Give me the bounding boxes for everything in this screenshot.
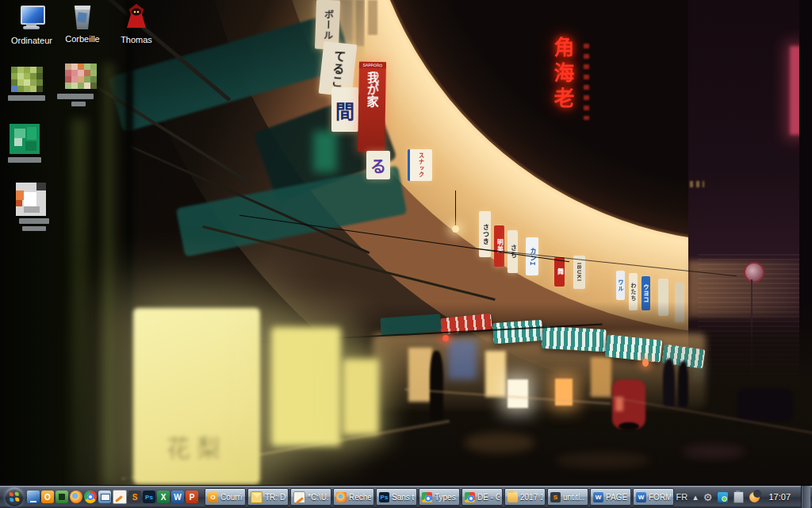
taskbar-button-sublime[interactable]: S untitl... [547,488,588,506]
sign-snack: スナック [408,149,432,181]
red-lantern [442,335,449,341]
photoshop-icon[interactable]: Ps [143,491,155,503]
window-lights [690,181,704,187]
blue-light-glow [448,340,477,379]
redacted-desktop-icon[interactable] [11,67,43,98]
redacted-desktop-icon[interactable] [10,124,40,154]
system-tray: FR ▴ ⚙ 17:07 [676,486,812,508]
scooter-wheel [619,422,639,430]
taskbar-button-chrome-1[interactable]: Types... [419,488,460,506]
chrome-icon [465,492,475,502]
lit-shopfront [485,351,506,397]
taskbar-button-outlook[interactable]: O Courri... [205,488,246,506]
taskbar-button-firefox[interactable]: Reche... [333,488,374,506]
taskbar-button-wordpad[interactable]: *C:\U... [290,488,331,506]
standing-lightbox [508,379,528,408]
awning-teal-striped [542,326,606,352]
taskbar-button-label: Types... [435,493,457,502]
lightbox [271,327,341,446]
word-icon: W [636,492,646,502]
pedestrian [430,351,443,421]
word-icon[interactable]: W [171,491,184,503]
taskbar-button-word-1[interactable]: W PAGE ... [590,488,631,506]
parked-bicycle [737,389,793,421]
sublime-text-icon[interactable]: S [128,491,141,503]
user-character-icon [124,3,148,30]
firefox-icon[interactable] [70,491,82,503]
redacted-desktop-icon[interactable] [65,64,97,98]
karin-label: 花梨 [167,429,227,464]
wagaya-label: 我が家 [364,71,381,107]
neon-side-column [584,44,589,120]
windows-logo-icon [10,492,20,502]
taskbar-button-label: DE - G... [477,493,500,502]
taskbar-button-mail[interactable]: TR: D... [247,488,289,506]
wordpad-icon [293,491,305,503]
chrome-icon[interactable] [84,491,97,503]
hanging-sign: 舞 [554,257,565,287]
redacted-desktop-icon[interactable] [16,183,46,216]
outlook-icon[interactable]: O [41,491,54,503]
gear-icon[interactable]: ⚙ [703,492,713,502]
lync-icon[interactable] [718,492,728,502]
lit-shopfront [591,357,611,397]
lightbox-karin: 花梨 [133,308,260,484]
show-desktop-button[interactable] [801,486,810,508]
clipboard-tray-icon[interactable] [733,491,744,503]
photoshop-icon: Ps [379,492,389,502]
hanging-sign: ワル [616,271,625,300]
desktop-icon-computer[interactable]: Ordinateur [6,4,57,45]
desktop-icon-recycle-bin[interactable]: Corbeille [57,6,108,44]
quick-launch-bar: O S Ps X W P [27,490,198,504]
screen-viewer-icon[interactable] [56,491,68,503]
lightbox [343,359,379,435]
excel-icon[interactable]: X [157,491,170,503]
road-reflection [555,452,650,468]
display-icon[interactable] [27,491,40,503]
taskbar-button-word-2[interactable]: W FORM... [633,488,674,506]
dark-pole [125,0,133,486]
red-lantern [642,359,649,367]
desktop: ボール てるこ 間 SAPPORO 我が家 る スナック 角海老 さつき 明美 … [0,0,812,508]
sublime-text-icon: S [550,492,561,502]
desktop-icon-thomas[interactable]: Thomas [111,3,162,44]
taskbar-button-label: Sans t... [392,493,414,502]
sign-ru: る [366,151,390,179]
start-button[interactable] [5,487,24,506]
hidden-icons-arrow[interactable]: ▴ [693,493,698,502]
firefox-icon [336,492,347,502]
neon-sign-kakuebi: 角海老 [546,37,577,124]
pedestrian [663,359,675,408]
road-reflection [682,444,745,459]
hanging-sign: IBUKI [573,256,585,289]
photo-viewer-icon[interactable] [98,491,111,503]
taskbar-button-folder[interactable]: 2017 1... [504,488,546,506]
computer-icon [18,4,45,31]
chrome-icon [422,492,432,502]
desktop-icon-label: Thomas [111,35,162,44]
road-reflection [464,433,535,453]
taskbar-button-label: *C:\U... [308,493,328,502]
sapporo-label: SAPPORO [359,62,386,69]
taskbar-button-chrome-2[interactable]: DE - G... [462,488,503,506]
taskbar-button-label: 2017 1... [520,493,542,502]
street-lamp-head [452,225,459,233]
language-indicator[interactable]: FR [676,492,688,502]
taskbar-button-photoshop[interactable]: Ps Sans t... [376,488,417,506]
wallpaper-photo: ボール てるこ 間 SAPPORO 我が家 る スナック 角海老 さつき 明美 … [0,0,812,508]
taskbar-button-label: untitl... [563,493,585,502]
street-lamp [455,190,456,229]
wordpad-icon[interactable] [113,490,127,504]
lit-shopfront [408,348,432,402]
taskbar-window-buttons: O Courri... TR: D... *C:\U... Reche... P… [205,488,672,506]
foliage-streak [71,119,87,484]
powerpoint-icon[interactable]: P [186,491,198,503]
taskbar-button-label: PAGE ... [606,493,628,502]
weather-moon-icon[interactable] [749,492,760,502]
sign-sapporo-red: SAPPORO 我が家 [358,62,386,153]
clock[interactable]: 17:07 [765,492,794,502]
street-mirror [744,262,764,283]
taskbar-button-label: Reche... [349,493,371,502]
mail-icon [251,491,262,503]
foliage-streak [103,64,114,484]
